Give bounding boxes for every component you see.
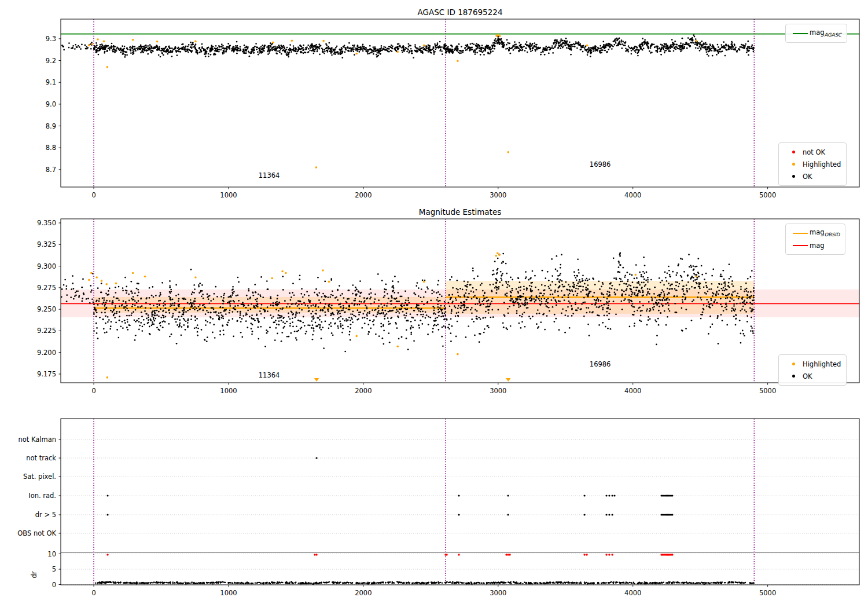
ok-point: [162, 327, 164, 328]
ok-point: [378, 313, 380, 314]
ok-point: [274, 46, 276, 47]
category-label: not Kalman: [18, 435, 56, 444]
ok-point: [255, 43, 257, 45]
ok-point: [355, 287, 356, 288]
dr-point: [461, 582, 462, 583]
dr-point: [339, 581, 340, 583]
ok-point: [83, 294, 84, 295]
ok-point: [318, 43, 320, 45]
dr-point: [669, 582, 670, 583]
ok-point: [220, 46, 222, 47]
dr-point: [580, 583, 581, 584]
dr-point: [522, 583, 523, 584]
ok-point: [232, 50, 234, 52]
ok-point: [421, 308, 422, 310]
ok-point: [746, 47, 748, 49]
ok-point: [212, 46, 214, 47]
dr-point: [483, 583, 484, 584]
ok-point: [90, 48, 92, 50]
ok-point: [175, 308, 177, 310]
dr-point: [645, 583, 646, 584]
ok-point: [465, 309, 467, 311]
ok-point: [726, 309, 727, 310]
ok-point: [476, 43, 477, 45]
ok-point: [572, 46, 574, 47]
ok-point: [202, 294, 204, 295]
highlighted-point: [496, 252, 499, 254]
ok-point: [582, 278, 583, 280]
ok-point: [395, 49, 396, 51]
ok-point: [233, 291, 235, 292]
ok-point: [200, 51, 202, 53]
ok-point: [156, 314, 158, 316]
ok-point: [359, 301, 361, 302]
ok-point: [167, 53, 169, 55]
ok-point: [599, 288, 601, 290]
ok-point: [273, 321, 275, 323]
ok-point: [134, 292, 136, 294]
ok-point: [311, 43, 313, 45]
ok-point: [674, 288, 676, 290]
ok-point: [597, 297, 598, 299]
ok-point: [312, 334, 314, 336]
ok-point: [176, 343, 178, 345]
ok-point: [637, 49, 639, 51]
ok-point: [641, 274, 642, 276]
ok-point: [384, 316, 385, 317]
ok-point: [261, 304, 263, 306]
ok-point: [621, 43, 623, 45]
ok-point: [479, 45, 480, 47]
ok-point: [315, 309, 317, 311]
highlighted-point: [457, 60, 459, 63]
ok-point: [377, 307, 379, 309]
ok-point: [723, 279, 725, 280]
ok-point: [642, 276, 644, 278]
ok-point: [602, 307, 604, 309]
ok-point: [307, 45, 309, 46]
ok-point: [497, 258, 499, 259]
ion-rad-point: [605, 495, 607, 496]
ok-point: [512, 301, 514, 303]
ok-point: [302, 322, 304, 324]
ok-point: [687, 275, 689, 277]
ok-point: [301, 327, 303, 328]
ok-point: [139, 306, 141, 308]
ok-point: [247, 327, 248, 328]
ok-point: [367, 324, 369, 325]
ok-point: [423, 296, 425, 298]
ok-point: [497, 38, 499, 39]
ok-point: [643, 282, 645, 284]
ok-point: [282, 317, 284, 319]
ok-point: [415, 294, 417, 295]
ok-point: [742, 45, 744, 46]
dr-point: [561, 582, 562, 583]
ok-point: [126, 286, 127, 288]
legend-label: magAGASC: [810, 28, 841, 38]
dr-point: [530, 582, 531, 583]
ok-point: [380, 323, 382, 325]
ok-point: [161, 282, 163, 284]
ok-point: [547, 302, 549, 304]
ok-point: [582, 274, 584, 276]
dr-point: [464, 582, 465, 583]
ok-point: [96, 312, 98, 313]
ok-point: [510, 298, 512, 300]
ok-point: [456, 288, 458, 290]
ok-point: [483, 54, 485, 56]
dr-point: [683, 582, 684, 583]
ok-point: [262, 49, 263, 50]
ok-point: [535, 295, 537, 297]
ok-point: [430, 50, 432, 52]
ok-point: [458, 295, 459, 297]
dr-point: [528, 583, 529, 584]
highlighted-point: [355, 335, 358, 338]
ok-point: [704, 292, 706, 294]
ok-point: [536, 49, 538, 50]
ok-point: [277, 295, 278, 296]
ok-point: [643, 279, 645, 280]
ok-point: [131, 306, 133, 307]
ok-point: [492, 42, 494, 44]
dr-point: [232, 583, 233, 584]
ok-point: [132, 49, 134, 51]
dr-point: [584, 581, 585, 583]
